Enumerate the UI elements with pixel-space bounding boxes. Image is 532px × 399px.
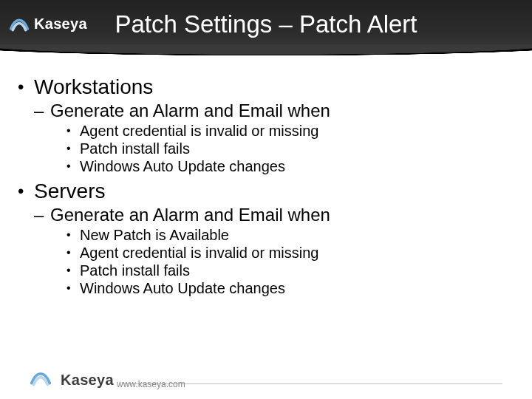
section-subheading-text: Generate an Alarm and Email when <box>50 100 330 120</box>
list-item: Windows Auto Update changes <box>66 280 514 297</box>
list-item: Agent credential is invalid or missing <box>66 123 514 140</box>
brand-name: Kaseya <box>61 372 114 389</box>
section-subheading: Generate an Alarm and Email when Agent c… <box>34 100 514 175</box>
section-heading: Servers Generate an Alarm and Email when… <box>18 180 514 297</box>
slide-header: Kaseya Patch Settings – Patch Alert <box>0 0 532 55</box>
list-item: Patch install fails <box>66 262 514 279</box>
list-item-text: Windows Auto Update changes <box>80 158 285 174</box>
section-subheading: Generate an Alarm and Email when New Pat… <box>34 205 514 297</box>
list-item-text: Windows Auto Update changes <box>80 280 285 296</box>
section-heading-text: Servers <box>34 180 105 202</box>
list-item-text: Patch install fails <box>80 262 190 279</box>
list-item-text: Agent credential is invalid or missing <box>80 245 319 261</box>
footer-url: www.kaseya.com <box>117 379 185 389</box>
section-heading-text: Workstations <box>34 75 153 98</box>
header-divider <box>0 44 532 65</box>
list-item: Agent credential is invalid or missing <box>66 245 514 262</box>
slide-body: Workstations Generate an Alarm and Email… <box>18 74 514 301</box>
list-item: Windows Auto Update changes <box>66 158 514 175</box>
list-item: Patch install fails <box>66 140 514 157</box>
section-subheading-text: Generate an Alarm and Email when <box>50 205 330 225</box>
list-item-text: Patch install fails <box>80 140 190 157</box>
list-item-text: Agent credential is invalid or missing <box>80 123 319 139</box>
section-heading: Workstations Generate an Alarm and Email… <box>18 75 514 175</box>
list-item: New Patch is Available <box>66 227 514 244</box>
slide-footer: Kaseya www.kaseya.com <box>30 366 502 389</box>
list-item-text: New Patch is Available <box>80 227 229 243</box>
slide-title: Patch Settings – Patch Alert <box>0 10 532 38</box>
brand-mark-icon <box>30 366 52 389</box>
